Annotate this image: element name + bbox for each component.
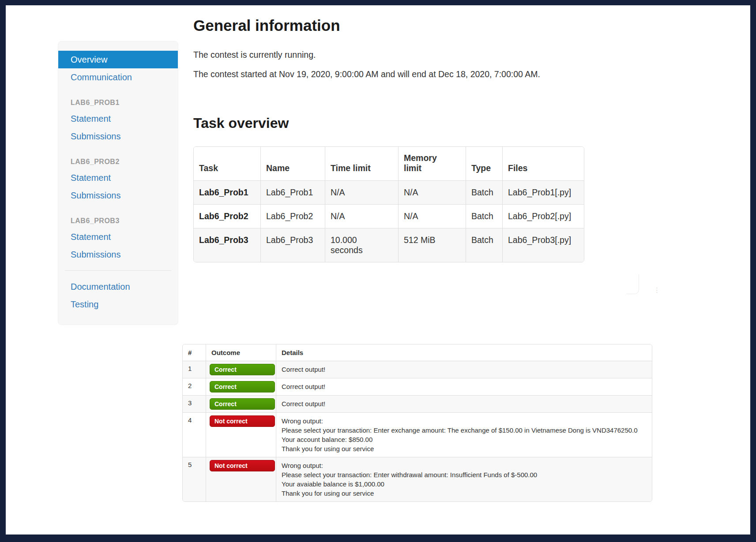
- details-cell: Correct output!: [276, 395, 652, 412]
- detail-line: Please select your transaction: Enter ex…: [282, 426, 647, 435]
- detail-line: Thank you for using our service: [282, 444, 647, 453]
- table-cell: Lab6_Prob3[.py]: [503, 228, 584, 262]
- column-header-outcome: Outcome: [206, 344, 276, 361]
- cell-text: Lab6_Prob1: [199, 187, 248, 197]
- outcome-cell: Correct: [206, 378, 276, 395]
- table-cell: Batch: [466, 180, 503, 204]
- sidebar-item-statement[interactable]: Statement: [58, 169, 178, 187]
- detail-line: Correct output!: [282, 399, 647, 408]
- sidebar-divider: [65, 270, 171, 271]
- cell-text: Lab6_Prob3: [266, 235, 313, 245]
- cell-text: Lab6_Prob1[.py]: [508, 187, 571, 197]
- panel-corner-border: [626, 274, 639, 294]
- table-row: Lab6_Prob1Lab6_Prob1N/AN/ABatchLab6_Prob…: [194, 180, 584, 204]
- testcase-number-cell: 5: [183, 457, 206, 501]
- column-header-label: Name: [266, 163, 290, 173]
- result-row: 5Not correctWrong output:Please select y…: [183, 457, 652, 501]
- column-header-label: Memory limit: [404, 153, 442, 173]
- table-row: Lab6_Prob3Lab6_Prob310.000 seconds512 Mi…: [194, 228, 584, 262]
- sidebar-section-lab6-prob2: LAB6_PROB2: [58, 155, 178, 169]
- sidebar-item-submissions[interactable]: Submissions: [58, 187, 178, 204]
- table-cell: N/A: [325, 180, 399, 204]
- testcase-number-cell: 3: [183, 395, 206, 412]
- task-overview-table: TaskNameTime limitMemory limitTypeFiles …: [194, 147, 584, 262]
- outcome-badge: Not correct: [210, 460, 275, 471]
- outcome-cell: Correct: [206, 361, 276, 378]
- task-overview-table-wrap: TaskNameTime limitMemory limitTypeFiles …: [193, 146, 584, 262]
- cell-text: Lab6_Prob2: [266, 211, 313, 221]
- resize-handle-dots-icon: ⋮: [654, 287, 660, 293]
- table-cell: N/A: [325, 204, 399, 228]
- cell-text: 10.000 seconds: [331, 235, 366, 255]
- contest-sidebar: OverviewCommunicationLAB6_PROB1Statement…: [58, 41, 178, 325]
- task-table-header-row: TaskNameTime limitMemory limitTypeFiles: [194, 147, 584, 180]
- sidebar-list: OverviewCommunicationLAB6_PROB1Statement…: [58, 51, 178, 313]
- cell-text: Lab6_Prob2[.py]: [508, 211, 571, 221]
- outcome-badge: Correct: [210, 398, 275, 410]
- sidebar-item-overview[interactable]: Overview: [58, 51, 178, 68]
- table-cell: Lab6_Prob1: [261, 180, 325, 204]
- cell-text: Batch: [471, 235, 493, 245]
- cell-text: Lab6_Prob2: [199, 211, 248, 221]
- page-title: General information: [193, 17, 599, 34]
- task-overview-title: Task overview: [193, 114, 599, 132]
- table-cell: Lab6_Prob3: [261, 228, 325, 262]
- table-cell: N/A: [399, 204, 466, 228]
- testcase-number-cell: 2: [183, 378, 206, 395]
- details-cell: Wrong output:Please select your transact…: [276, 457, 652, 501]
- column-header--: #: [183, 344, 206, 361]
- contest-page: OverviewCommunicationLAB6_PROB1Statement…: [6, 5, 750, 535]
- result-row: 2CorrectCorrect output!: [183, 378, 652, 395]
- sidebar-item-submissions[interactable]: Submissions: [58, 246, 178, 263]
- submission-results-section: #OutcomeDetails 1CorrectCorrect output!2…: [182, 344, 652, 502]
- table-cell: Lab6_Prob2[.py]: [503, 204, 584, 228]
- column-header-memory-limit: Memory limit: [399, 147, 466, 180]
- details-cell: Correct output!: [276, 361, 652, 378]
- table-row: Lab6_Prob2Lab6_Prob2N/AN/ABatchLab6_Prob…: [194, 204, 584, 228]
- sidebar-item-statement[interactable]: Statement: [58, 228, 178, 246]
- sidebar-item-statement[interactable]: Statement: [58, 110, 178, 127]
- column-header-details: Details: [276, 344, 652, 361]
- detail-line: Thank you for using our service: [282, 489, 647, 498]
- sidebar-item-documentation[interactable]: Documentation: [58, 278, 178, 295]
- results-table-header-row: #OutcomeDetails: [183, 344, 652, 361]
- cell-text: 512 MiB: [404, 235, 436, 245]
- table-cell: Lab6_Prob1[.py]: [503, 180, 584, 204]
- column-header-label: Type: [471, 163, 491, 173]
- results-table-wrap: #OutcomeDetails 1CorrectCorrect output!2…: [182, 344, 652, 502]
- cell-text: N/A: [404, 211, 418, 221]
- column-header-name: Name: [261, 147, 325, 180]
- column-header-type: Type: [466, 147, 503, 180]
- outcome-cell: Not correct: [206, 457, 276, 501]
- table-cell: 10.000 seconds: [325, 228, 399, 262]
- table-cell: Lab6_Prob3: [194, 228, 261, 262]
- cell-text: N/A: [331, 211, 345, 221]
- cell-text: N/A: [331, 187, 345, 198]
- detail-line: Wrong output:: [282, 461, 647, 470]
- table-cell: N/A: [399, 180, 466, 204]
- sidebar-item-communication[interactable]: Communication: [58, 68, 178, 86]
- cell-text: N/A: [404, 187, 418, 197]
- table-cell: Lab6_Prob2: [194, 204, 261, 228]
- result-row: 1CorrectCorrect output!: [183, 361, 652, 378]
- results-table: #OutcomeDetails 1CorrectCorrect output!2…: [183, 344, 652, 501]
- column-header-label: Task: [199, 163, 218, 173]
- table-cell: Batch: [466, 228, 503, 262]
- table-cell: 512 MiB: [399, 228, 466, 262]
- sidebar-item-submissions[interactable]: Submissions: [58, 127, 178, 145]
- outcome-badge: Correct: [210, 381, 275, 392]
- testcase-number-cell: 4: [183, 412, 206, 457]
- cell-text: Lab6_Prob3: [199, 235, 248, 245]
- outcome-cell: Correct: [206, 395, 276, 412]
- details-cell: Wrong output:Please select your transact…: [276, 412, 652, 457]
- column-header-time-limit: Time limit: [325, 147, 399, 180]
- contest-status-text: The contest is currently running.: [193, 49, 599, 60]
- sidebar-item-testing[interactable]: Testing: [58, 295, 178, 313]
- cell-text: Lab6_Prob1: [266, 187, 313, 197]
- column-header-files: Files: [503, 147, 584, 180]
- main-content: General information The contest is curre…: [193, 17, 599, 264]
- details-cell: Correct output!: [276, 378, 652, 395]
- outcome-badge: Correct: [210, 364, 275, 375]
- testcase-number-cell: 1: [183, 361, 206, 378]
- detail-line: Your avaiable balance is $1,000.00: [282, 479, 647, 489]
